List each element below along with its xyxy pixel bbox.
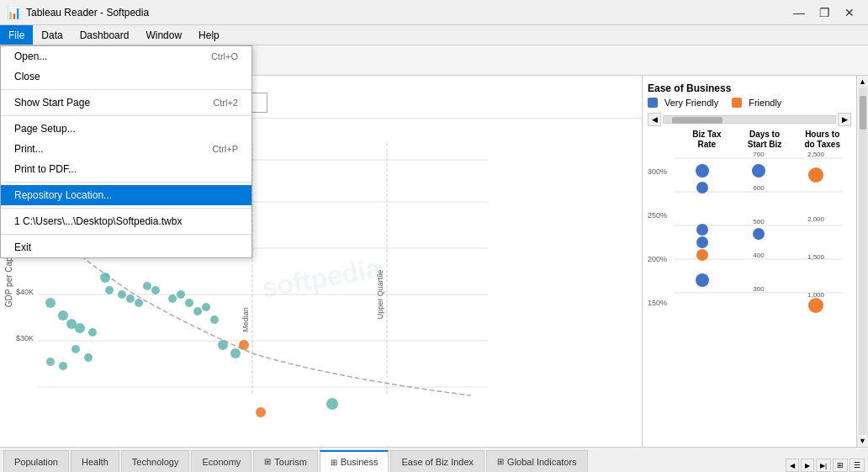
close-button[interactable]: ✕ [838, 4, 861, 21]
tab-health[interactable]: Health [71, 450, 119, 472]
svg-point-40 [84, 353, 93, 362]
col-hours: Hours todo Taxes [793, 130, 851, 150]
menu-bar: File Data Dashboard Window Help [0, 25, 868, 45]
svg-text:$30K: $30K [16, 334, 34, 342]
svg-point-24 [118, 290, 126, 299]
svg-point-64 [753, 228, 765, 240]
y-axis-left: 300% 250% 200% 150% [648, 150, 675, 318]
svg-text:700: 700 [753, 151, 765, 158]
app-icon: 📊 [7, 6, 21, 19]
svg-point-53 [696, 182, 708, 194]
svg-point-56 [696, 273, 709, 287]
legend-very-friendly-label: Very Friendly [664, 98, 718, 108]
dot-chart-body: 300% 250% 200% 150% [648, 150, 851, 318]
menu-page-setup[interactable]: Page Setup... [1, 119, 251, 139]
menu-sep-3 [1, 182, 251, 183]
svg-point-70 [808, 298, 823, 313]
tab-population[interactable]: Population [3, 450, 69, 472]
scroll-down-arrow[interactable]: ▼ [857, 435, 868, 447]
scroll-thumb[interactable] [672, 117, 722, 124]
menu-help[interactable]: Help [190, 25, 228, 45]
svg-text:300: 300 [753, 285, 765, 293]
maximize-button[interactable]: ❐ [812, 4, 836, 21]
tab-tourism[interactable]: ⊞ Tourism [253, 450, 318, 472]
svg-text:$40K: $40K [16, 288, 34, 296]
file-dropdown-menu: Open... Ctrl+O Close Show Start Page Ctr… [0, 45, 252, 258]
svg-text:2,500: 2,500 [807, 151, 825, 158]
menu-exit[interactable]: Exit [1, 237, 251, 257]
menu-show-start[interactable]: Show Start Page Ctrl+2 [1, 93, 251, 113]
dot-chart-svg: 700 600 500 400 300 2,500 2,000 1,500 1,… [675, 150, 851, 318]
tab-prev[interactable]: ◀ [786, 459, 799, 472]
svg-text:2,000: 2,000 [807, 215, 825, 223]
svg-point-26 [135, 299, 143, 307]
svg-text:1,500: 1,500 [807, 253, 825, 261]
svg-point-37 [46, 358, 55, 366]
svg-text:500: 500 [753, 218, 765, 225]
col-biz-tax: Biz TaxRate [678, 130, 736, 150]
svg-point-28 [151, 286, 160, 294]
menu-close[interactable]: Close [1, 66, 251, 87]
tab-business[interactable]: ⊞ Business [320, 450, 389, 472]
menu-dashboard[interactable]: Dashboard [71, 25, 138, 45]
dot-chart-headers: Biz TaxRate Days toStart Biz Hours todo … [678, 130, 851, 150]
svg-point-57 [696, 249, 708, 261]
window-title: Tableau Reader - Softpedia [26, 7, 787, 19]
svg-point-55 [696, 236, 708, 248]
tab-list-view[interactable]: ☰ [849, 459, 865, 472]
svg-point-52 [696, 164, 709, 178]
svg-point-32 [185, 299, 193, 307]
svg-point-43 [239, 340, 249, 350]
svg-point-45 [326, 398, 338, 410]
tab-next[interactable]: ▶ [801, 459, 814, 472]
tab-controls: ◀ ▶ ▶| ⊞ ☰ [786, 459, 868, 472]
svg-point-21 [88, 328, 97, 337]
title-bar: 📊 Tableau Reader - Softpedia — ❐ ✕ [0, 0, 868, 25]
legend-friendly-dot [732, 98, 742, 108]
scroll-thumb-vertical[interactable] [860, 96, 866, 130]
menu-data[interactable]: Data [33, 25, 71, 45]
svg-point-35 [210, 316, 219, 324]
vertical-scrollbar[interactable]: ▲ ▼ [856, 76, 868, 447]
menu-file[interactable]: File [0, 25, 33, 45]
svg-point-20 [75, 323, 85, 333]
tab-economy[interactable]: Economy [191, 450, 251, 472]
svg-text:1,000: 1,000 [807, 291, 825, 299]
minimize-button[interactable]: — [787, 4, 811, 21]
tab-global[interactable]: ⊞ Global Indicators [486, 450, 588, 472]
svg-text:Upper Quartile: Upper Quartile [376, 270, 384, 320]
svg-point-36 [218, 340, 228, 350]
svg-point-63 [752, 164, 765, 178]
svg-point-25 [126, 294, 135, 303]
menu-print[interactable]: Print... Ctrl+P [1, 139, 251, 159]
menu-sep-5 [1, 234, 251, 235]
scroll-right-arrow[interactable]: ▶ [838, 113, 851, 126]
svg-point-23 [105, 286, 114, 294]
window-controls: — ❐ ✕ [787, 4, 861, 21]
svg-point-69 [808, 167, 823, 183]
menu-print-pdf[interactable]: Print to PDF... [1, 159, 251, 179]
menu-recent-file[interactable]: 1 C:\Users\...\Desktop\Softpedia.twbx [1, 211, 251, 231]
tab-grid-view[interactable]: ⊞ [833, 459, 848, 472]
svg-point-18 [58, 310, 68, 321]
menu-sep-1 [1, 89, 251, 90]
legend-very-friendly-dot [648, 98, 658, 108]
svg-text:400: 400 [753, 252, 765, 259]
svg-point-54 [696, 224, 708, 236]
tab-technology[interactable]: Technology [121, 450, 190, 472]
scroll-up-arrow[interactable]: ▲ [857, 76, 868, 88]
svg-point-41 [230, 348, 241, 358]
tab-bar: Population Health Technology Economy ⊞ T… [0, 447, 868, 472]
svg-point-38 [59, 362, 67, 370]
menu-repository-location[interactable]: Repository Location... [1, 185, 251, 205]
tab-end[interactable]: ▶| [816, 459, 831, 472]
menu-sep-2 [1, 115, 251, 116]
col-days: Days toStart Biz [736, 130, 794, 150]
menu-open[interactable]: Open... Ctrl+O [1, 46, 251, 66]
eob-title: Ease of Business [648, 82, 851, 94]
right-panel: Ease of Business Very Friendly Friendly … [642, 76, 856, 447]
scroll-left-arrow[interactable]: ◀ [648, 113, 661, 126]
menu-window[interactable]: Window [137, 25, 190, 45]
svg-text:600: 600 [753, 184, 765, 192]
tab-ease-biz[interactable]: Ease of Biz Index [390, 450, 484, 472]
